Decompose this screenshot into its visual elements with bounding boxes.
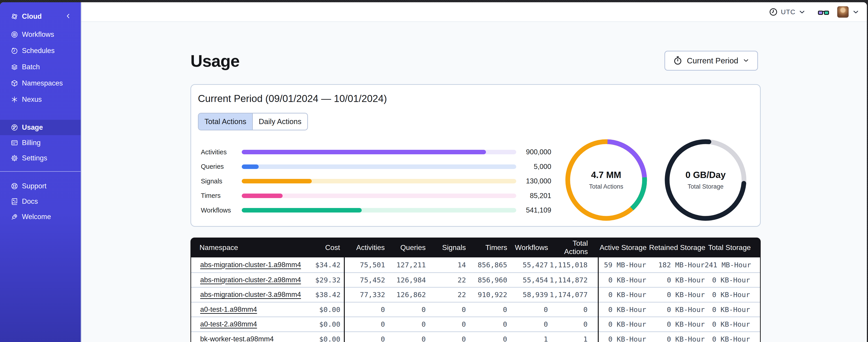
total-storage-label: Total Storage — [687, 183, 723, 190]
table-cell: 0 — [344, 305, 385, 314]
namespace-cell: abs-migration-cluster-1.a98mm4 — [191, 261, 290, 269]
table-cell: 0 — [548, 320, 597, 328]
bar-track — [242, 208, 516, 212]
user-avatar[interactable] — [837, 6, 849, 18]
table-cell: 0 KB-Hour — [646, 276, 705, 284]
period-selector-button[interactable]: Current Period — [664, 51, 758, 71]
bar-track — [242, 179, 516, 183]
actions-tab-group: Total Actions Daily Actions — [198, 113, 308, 130]
table-cell: 856,865 — [466, 261, 507, 269]
table-cell: 0 KB-Hour — [646, 335, 705, 342]
sidebar-item-label: Schedules — [22, 47, 55, 55]
sidebar-item-settings[interactable]: Settings — [0, 150, 81, 166]
sidebar-brand[interactable]: Cloud — [0, 10, 81, 23]
table-cell: $0.00 — [290, 335, 344, 342]
table-cell: 0 — [385, 320, 426, 328]
table-cell: 58,939 — [507, 290, 548, 299]
sidebar-item-nexus[interactable]: Nexus — [0, 91, 81, 108]
timezone-selector[interactable]: UTC — [769, 7, 806, 17]
table-cell: 0 — [426, 335, 466, 342]
namespace-link[interactable]: a0-test-2.a98mm4 — [200, 320, 257, 328]
page-title: Usage — [190, 52, 240, 71]
sidebar-item-label: Settings — [22, 154, 47, 162]
namespace-link[interactable]: abs-migration-cluster-1.a98mm4 — [200, 261, 301, 269]
settings-icon — [11, 154, 18, 162]
namespace-link[interactable]: abs-migration-cluster-3.a98mm4 — [200, 290, 301, 299]
table-cell: 22 — [426, 276, 466, 284]
sidebar-item-welcome[interactable]: Welcome — [0, 209, 81, 225]
namespace-cell: abs-migration-cluster-2.a98mm4 — [191, 276, 290, 284]
table-cell: 0 KB-Hour — [597, 305, 646, 314]
stopwatch-icon — [673, 56, 683, 66]
tab-total-actions[interactable]: Total Actions — [198, 113, 253, 130]
temporal-logo-icon — [11, 13, 18, 20]
table-cell: 0 — [466, 320, 507, 328]
table-cell: 0 — [344, 320, 385, 328]
timezone-chevron-down-icon — [798, 8, 806, 16]
table-cell: $0.00 — [290, 305, 344, 314]
table-section-divider — [344, 258, 345, 342]
content-area: UTC U — [81, 2, 867, 342]
sidebar-item-support[interactable]: Support — [0, 178, 81, 194]
column-header-namespace: Namespace — [190, 243, 289, 252]
nexus-icon — [11, 96, 18, 103]
table-cell: 77,332 — [344, 290, 385, 299]
usage-card-title: Current Period (09/01/2024 — 10/01/2024) — [198, 93, 387, 104]
bar-value: 85,201 — [516, 192, 551, 200]
table-cell: 0 — [548, 305, 597, 314]
welcome-icon — [11, 213, 18, 220]
namespace-link[interactable]: abs-migration-cluster-2.a98mm4 — [200, 276, 301, 284]
table-cell: 0 KB-Hour — [705, 320, 760, 328]
table-row: a0-test-2.a98mm4$0.000000000 KB-Hour0 KB… — [191, 316, 760, 332]
bar-value: 900,000 — [516, 148, 551, 156]
bar-row-queries: Queries5,000 — [201, 165, 561, 169]
sidebar-item-billing[interactable]: Billing — [0, 135, 81, 150]
table-cell: 1,115,018 — [548, 261, 597, 269]
table-cell: 910,922 — [466, 290, 507, 299]
bar-label: Signals — [201, 177, 242, 185]
total-actions-label: Total Actions — [589, 183, 623, 190]
table-cell: $0.00 — [290, 320, 344, 328]
table-row: a0-test-1.a98mm4$0.000000000 KB-Hour0 KB… — [191, 302, 760, 317]
bar-row-activities: Activities900,000 — [201, 150, 561, 154]
sidebar-item-docs[interactable]: Docs — [0, 194, 81, 209]
table-cell: 0 KB-Hour — [646, 290, 705, 299]
table-cell: 241 MB-Hour — [705, 261, 760, 269]
sidebar-item-label: Billing — [22, 139, 41, 147]
sidebar-item-schedules[interactable]: Schedules — [0, 43, 81, 59]
table-cell: 0 — [385, 305, 426, 314]
bar-fill — [242, 165, 259, 169]
sidebar-item-batch[interactable]: Batch — [0, 59, 81, 75]
total-storage-donut-chart: 0 GB/Day Total Storage — [663, 137, 748, 223]
table-cell: 0 KB-Hour — [646, 320, 705, 328]
table-cell: 0 KB-Hour — [705, 276, 760, 284]
sidebar-item-namespaces[interactable]: Namespaces — [0, 75, 81, 91]
namespace-link[interactable]: a0-test-1.a98mm4 — [200, 305, 257, 313]
table-cell: 0 — [507, 320, 548, 328]
workflows-icon — [11, 31, 18, 38]
sidebar-item-label: Welcome — [22, 213, 51, 221]
column-header-total-actions: Total Actions — [548, 239, 597, 256]
table-row: abs-migration-cluster-3.a98mm4$38.4277,3… — [191, 287, 760, 302]
table-cell: 75,452 — [344, 276, 385, 284]
column-header-activities: Activities — [344, 243, 385, 252]
table-cell: $38.42 — [290, 290, 344, 299]
sidebar-item-workflows[interactable]: Workflows — [0, 26, 81, 43]
column-header-signals: Signals — [426, 243, 466, 252]
table-cell: 0 — [344, 335, 385, 342]
clock-icon — [769, 7, 778, 17]
sidebar-collapse-button[interactable] — [65, 13, 72, 20]
sidebar-item-usage[interactable]: Usage — [0, 120, 81, 135]
tab-daily-actions[interactable]: Daily Actions — [253, 113, 307, 130]
table-cell: $29.32 — [290, 276, 344, 284]
usage-summary-card: Current Period (09/01/2024 — 10/01/2024)… — [190, 84, 761, 227]
bar-label: Activities — [201, 148, 242, 156]
bar-value: 130,000 — [516, 177, 551, 185]
table-cell: 0 — [466, 305, 507, 314]
billing-icon — [11, 139, 18, 147]
labs-glasses-icon[interactable] — [817, 7, 829, 17]
schedules-icon — [11, 47, 18, 55]
namespace-link[interactable]: bk-worker-test.a98mm4 — [200, 335, 274, 342]
sidebar-item-label: Support — [22, 182, 46, 190]
user-menu-chevron-down-icon[interactable] — [852, 8, 860, 16]
